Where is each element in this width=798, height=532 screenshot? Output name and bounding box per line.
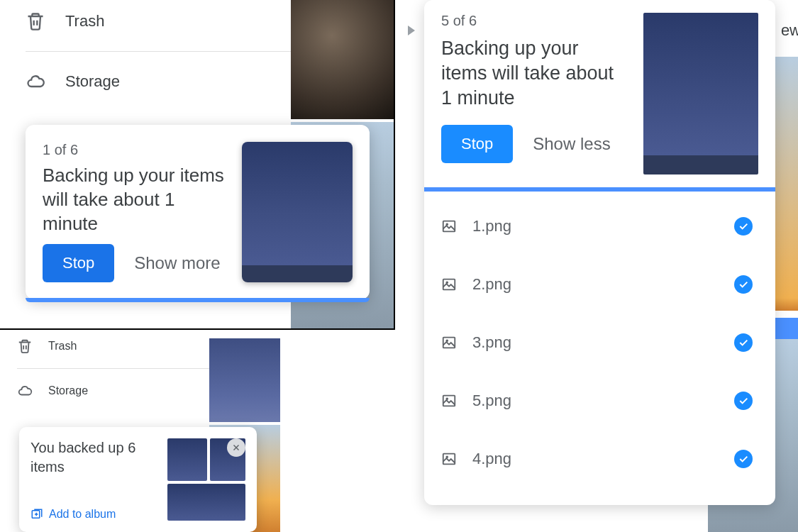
sidebar-item-label: Storage — [65, 72, 120, 91]
backup-file-name: 1.png — [472, 217, 719, 235]
backup-message: Backing up your items will take about 1 … — [43, 164, 228, 235]
backup-complete-message: You backed up 6 items — [31, 438, 157, 477]
image-icon — [441, 393, 457, 409]
svg-point-5 — [446, 340, 448, 341]
check-icon — [734, 217, 753, 235]
image-icon — [441, 451, 457, 467]
check-icon — [734, 275, 753, 294]
backup-file-row: 5.png — [424, 372, 770, 430]
backup-file-row: 1.png — [424, 197, 770, 255]
stop-button[interactable]: Stop — [43, 244, 114, 282]
backup-file-name: 4.png — [472, 450, 719, 468]
sidebar-item-label: Storage — [48, 384, 88, 397]
sidebar-item-label: Trash — [65, 12, 104, 31]
image-icon — [441, 277, 457, 292]
svg-point-9 — [446, 456, 448, 458]
stop-button[interactable]: Stop — [441, 125, 513, 163]
svg-point-7 — [446, 398, 448, 399]
add-to-album-link[interactable]: Add to album — [31, 508, 157, 521]
svg-point-1 — [446, 223, 448, 225]
sidebar-item-label: Trash — [48, 340, 77, 353]
backup-message: Backing up your items will take about 1 … — [441, 36, 629, 111]
backup-file-name: 5.png — [472, 392, 719, 410]
check-icon — [734, 450, 753, 468]
close-button[interactable] — [227, 438, 245, 457]
image-icon — [441, 218, 457, 234]
trash-icon — [17, 338, 33, 354]
backup-progress-count: 1 of 6 — [43, 142, 228, 158]
show-more-link[interactable]: Show more — [134, 253, 220, 273]
cloud-icon — [26, 72, 45, 92]
backup-progress-count: 5 of 6 — [441, 13, 629, 29]
image-icon — [441, 335, 457, 350]
svg-point-3 — [446, 282, 448, 283]
backup-file-row: 3.png — [424, 314, 770, 372]
caret-right-icon — [408, 26, 415, 35]
panel-backup-start: Trash Storage 1 of 6 Backing up your ite… — [0, 0, 395, 330]
photo-thumbnail — [167, 484, 245, 521]
backup-preview-thumbnail — [643, 13, 758, 174]
partial-text: ew — [781, 21, 798, 40]
check-icon — [734, 333, 753, 352]
backup-file-row: 4.png — [424, 430, 770, 488]
add-to-album-label: Add to album — [49, 508, 116, 521]
backup-file-name: 3.png — [472, 333, 719, 352]
backup-toast-expanded: 5 of 6 Backing up your items will take a… — [424, 0, 775, 505]
backup-complete-thumbnails — [167, 438, 245, 521]
show-less-link[interactable]: Show less — [533, 134, 610, 154]
cloud-icon — [17, 383, 33, 399]
backup-complete-toast: You backed up 6 items Add to album — [19, 427, 257, 532]
trash-icon — [26, 11, 45, 31]
photo-thumbnail[interactable] — [775, 57, 798, 311]
photo-thumbnail — [167, 438, 207, 481]
backup-progress-bar — [26, 298, 370, 302]
panel-backup-complete: Trash Storage You backed up 6 items Add … — [0, 331, 280, 532]
photo-thumbnail[interactable] — [291, 0, 394, 119]
photo-thumbnail[interactable] — [209, 338, 280, 422]
backup-preview-thumbnail — [242, 142, 353, 282]
backup-file-list[interactable]: 1.png 2.png 3.png 5.png 4.png — [424, 192, 775, 505]
backup-file-name: 2.png — [472, 275, 719, 294]
backup-file-row: 2.png — [424, 255, 770, 314]
panel-backup-expanded: ew 5 of 6 Backing up your items will tak… — [397, 0, 798, 532]
backup-toast: 1 of 6 Backing up your items will take a… — [26, 125, 370, 299]
check-icon — [734, 392, 753, 410]
